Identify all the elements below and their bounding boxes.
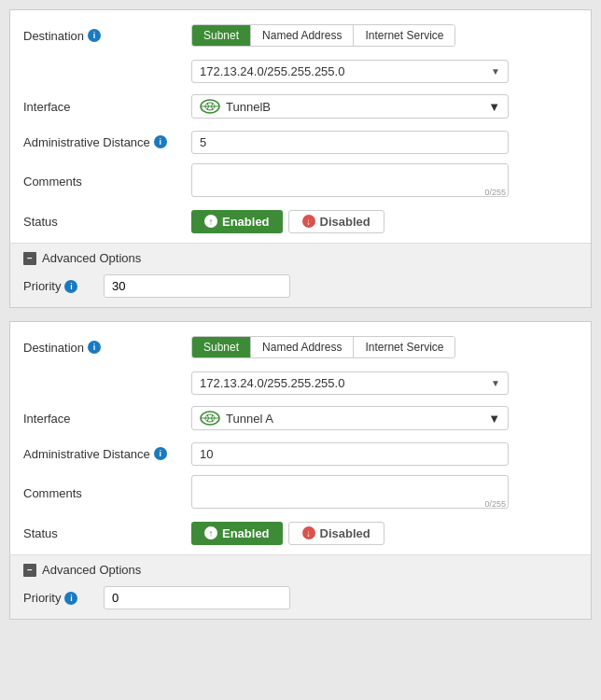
interface-left-2: Tunnel A bbox=[200, 411, 273, 426]
status-enabled-btn-2[interactable]: Enabled bbox=[191, 522, 283, 545]
interface-select-area-2: Tunnel A ▼ bbox=[191, 406, 578, 430]
admin-distance-text-2: Administrative Distance bbox=[23, 447, 150, 461]
tab-internet-service-2[interactable]: Internet Service bbox=[354, 337, 454, 357]
status-group-2: Enabled Disabled bbox=[191, 522, 578, 545]
destination-row-2: Destination i Subnet Named Address Inter… bbox=[23, 333, 578, 361]
comments-text-2: Comments bbox=[23, 486, 82, 500]
enabled-icon-1 bbox=[204, 215, 217, 228]
admin-distance-input-area-1 bbox=[191, 131, 578, 154]
destination-label-1: Destination i bbox=[23, 29, 191, 43]
subnet-select-area-1: 172.13.24.0/255.255.255.0 ▼ bbox=[191, 60, 578, 83]
tab-subnet-2[interactable]: Subnet bbox=[192, 337, 251, 357]
subnet-value-1: 172.13.24.0/255.255.255.0 bbox=[200, 64, 344, 78]
priority-label-2: Priority i bbox=[23, 591, 98, 605]
interface-label-text-1: Interface bbox=[23, 100, 71, 114]
interface-select-2[interactable]: Tunnel A ▼ bbox=[191, 406, 509, 430]
status-enabled-btn-1[interactable]: Enabled bbox=[191, 210, 283, 233]
interface-value-1: TunnelB bbox=[226, 100, 271, 114]
advanced-header-1[interactable]: − Advanced Options bbox=[23, 251, 578, 265]
status-group-1: Enabled Disabled bbox=[191, 210, 578, 233]
priority-info-icon-1[interactable]: i bbox=[64, 280, 77, 293]
priority-label-1: Priority i bbox=[23, 279, 98, 293]
destination-tabs-area-2: Subnet Named Address Internet Service bbox=[191, 336, 578, 358]
tab-named-address-1[interactable]: Named Address bbox=[251, 25, 354, 46]
destination-tab-group-1: Subnet Named Address Internet Service bbox=[191, 24, 455, 47]
collapse-icon-1: − bbox=[23, 252, 36, 265]
interface-arrow-1: ▼ bbox=[488, 100, 500, 114]
destination-tabs-area-1: Subnet Named Address Internet Service bbox=[191, 24, 578, 47]
destination-label-2: Destination i bbox=[23, 341, 191, 355]
status-label-2: Status bbox=[23, 526, 191, 540]
disabled-icon-1 bbox=[302, 215, 315, 228]
admin-distance-info-1[interactable]: i bbox=[154, 135, 167, 148]
route-card-1: Destination i Subnet Named Address Inter… bbox=[9, 9, 592, 308]
comments-input-2[interactable] bbox=[191, 475, 509, 509]
tab-subnet-1[interactable]: Subnet bbox=[192, 25, 251, 46]
status-disabled-btn-1[interactable]: Disabled bbox=[288, 210, 384, 233]
destination-text-2: Destination bbox=[23, 341, 84, 355]
admin-distance-label-2: Administrative Distance i bbox=[23, 447, 191, 461]
subnet-select-2[interactable]: 172.13.24.0/255.255.255.0 ▼ bbox=[191, 371, 509, 395]
status-text-1: Status bbox=[23, 215, 58, 229]
admin-distance-label-1: Administrative Distance i bbox=[23, 135, 191, 149]
admin-distance-row-1: Administrative Distance i bbox=[23, 128, 578, 156]
admin-distance-input-1[interactable] bbox=[191, 131, 509, 154]
interface-select-1[interactable]: TunnelB ▼ bbox=[191, 94, 509, 119]
tab-named-address-2[interactable]: Named Address bbox=[251, 337, 354, 357]
advanced-label-1: Advanced Options bbox=[42, 251, 141, 265]
enabled-label-1: Enabled bbox=[222, 215, 270, 229]
priority-input-1[interactable] bbox=[104, 274, 290, 298]
comments-char-count-2: 0/255 bbox=[484, 499, 506, 509]
status-row-1: Status Enabled Disabled bbox=[23, 207, 578, 235]
status-buttons-area-2: Enabled Disabled bbox=[191, 522, 578, 545]
subnet-value-2: 172.13.24.0/255.255.255.0 bbox=[200, 376, 344, 390]
subnet-arrow-2: ▼ bbox=[491, 378, 500, 388]
admin-distance-input-2[interactable] bbox=[191, 442, 509, 466]
disabled-icon-2 bbox=[302, 526, 315, 539]
enabled-label-2: Enabled bbox=[222, 526, 270, 540]
tab-internet-service-1[interactable]: Internet Service bbox=[354, 25, 454, 46]
destination-info-icon-2[interactable]: i bbox=[88, 341, 101, 354]
comments-wrapper-2: 0/255 bbox=[191, 475, 509, 511]
status-disabled-btn-2[interactable]: Disabled bbox=[288, 522, 384, 545]
admin-distance-info-2[interactable]: i bbox=[154, 447, 167, 460]
status-row-2: Status Enabled Disabled bbox=[23, 519, 578, 547]
interface-label-1: Interface bbox=[23, 100, 191, 114]
subnet-select-area-2: 172.13.24.0/255.255.255.0 ▼ bbox=[191, 371, 578, 395]
destination-text-1: Destination bbox=[23, 29, 84, 43]
subnet-select-1[interactable]: 172.13.24.0/255.255.255.0 ▼ bbox=[191, 60, 509, 83]
comments-label-1: Comments bbox=[23, 175, 191, 189]
interface-label-text-2: Interface bbox=[23, 412, 71, 426]
comments-row-1: Comments 0/255 bbox=[23, 163, 578, 200]
status-buttons-area-1: Enabled Disabled bbox=[191, 210, 578, 233]
comments-wrapper-1: 0/255 bbox=[191, 163, 509, 200]
interface-select-area-1: TunnelB ▼ bbox=[191, 94, 578, 119]
subnet-row-2: 172.13.24.0/255.255.255.0 ▼ bbox=[23, 369, 578, 397]
priority-info-icon-2[interactable]: i bbox=[64, 592, 77, 605]
destination-info-icon-1[interactable]: i bbox=[88, 29, 101, 42]
priority-row-1: Priority i bbox=[23, 274, 578, 298]
collapse-icon-2: − bbox=[23, 564, 36, 577]
disabled-label-2: Disabled bbox=[320, 526, 370, 540]
advanced-section-1: − Advanced Options Priority i bbox=[10, 243, 591, 307]
admin-distance-row-2: Administrative Distance i bbox=[23, 440, 578, 468]
interface-row-2: Interface Tunnel A ▼ bbox=[23, 404, 578, 432]
comments-input-area-1: 0/255 bbox=[191, 163, 578, 200]
interface-label-2: Interface bbox=[23, 412, 191, 426]
priority-text-2: Priority bbox=[23, 591, 61, 605]
admin-distance-input-area-2 bbox=[191, 442, 578, 466]
comments-label-2: Comments bbox=[23, 486, 191, 500]
tunnel-icon-2 bbox=[200, 411, 220, 426]
comments-input-1[interactable] bbox=[191, 163, 509, 197]
tunnel-icon-1 bbox=[200, 99, 220, 114]
route-card-2: Destination i Subnet Named Address Inter… bbox=[9, 321, 592, 620]
advanced-header-2[interactable]: − Advanced Options bbox=[23, 563, 578, 577]
interface-row-1: Interface TunnelB ▼ bbox=[23, 92, 578, 120]
destination-tab-group-2: Subnet Named Address Internet Service bbox=[191, 336, 455, 358]
enabled-icon-2 bbox=[204, 526, 217, 539]
interface-value-2: Tunnel A bbox=[226, 412, 273, 426]
admin-distance-text-1: Administrative Distance bbox=[23, 135, 150, 149]
priority-text-1: Priority bbox=[23, 279, 61, 293]
interface-arrow-2: ▼ bbox=[488, 412, 500, 426]
priority-input-2[interactable] bbox=[104, 586, 290, 609]
